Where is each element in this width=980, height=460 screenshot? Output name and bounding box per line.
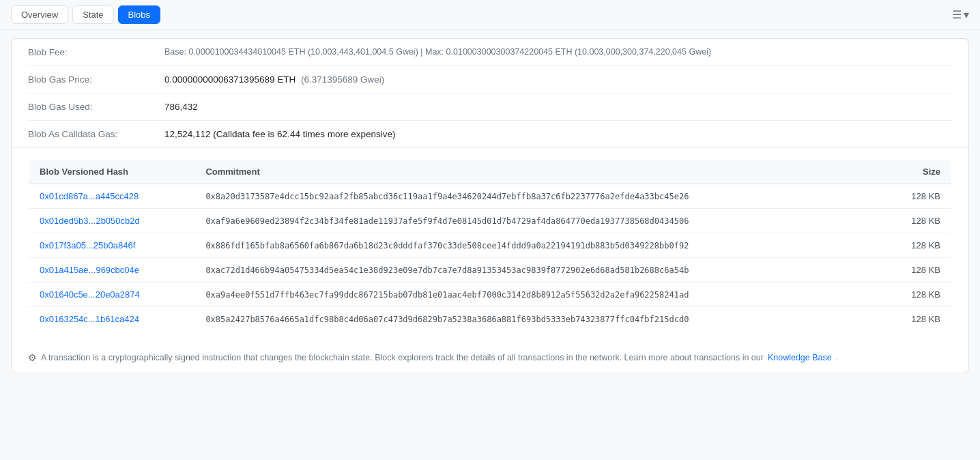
top-nav: Overview State Blobs ☰ ▾ (0, 0, 980, 30)
blob-gas-price-value: 0.00000000006371395689 ETH (6.371395689 … (164, 74, 952, 85)
blob-gas-used-label: Blob Gas Used: (28, 102, 164, 112)
blob-size-cell: 128 KB (882, 209, 951, 233)
blob-size-cell: 128 KB (882, 233, 951, 258)
knowledge-base-link[interactable]: Knowledge Base (768, 353, 832, 362)
blob-hash-cell: 0x01cd867a...a445cc428 (29, 184, 195, 209)
blob-gas-price-row: Blob Gas Price: 0.00000000006371395689 E… (28, 66, 952, 94)
tab-blobs[interactable]: Blobs (118, 5, 161, 24)
blob-hash-link[interactable]: 0x01cd867a...a445cc428 (40, 191, 139, 201)
tab-state[interactable]: State (72, 5, 113, 24)
blob-commitment-cell: 0xa9a4ee0f551d7ffb463ec7fa99ddc867215bab… (194, 283, 882, 307)
blob-gas-price-gwei: (6.371395689 Gwei) (301, 74, 384, 85)
info-icon: ⚙ (28, 352, 37, 363)
blob-hash-link[interactable]: 0x0163254c...1b61ca424 (40, 314, 139, 324)
footer-text: A transaction is a cryptographically sig… (41, 353, 764, 362)
blob-hash-link[interactable]: 0x01ded5b3...2b050cb2d (40, 216, 140, 226)
table-header-row: Blob Versioned Hash Commitment Size (29, 160, 952, 184)
table-row: 0x01cd867a...a445cc4280x8a20d3173587e4dc… (29, 184, 952, 209)
blob-gas-used-row: Blob Gas Used: 786,432 (28, 94, 952, 121)
blob-gas-used-value: 786,432 (164, 102, 952, 112)
blob-hash-link[interactable]: 0x01640c5e...20e0a2874 (40, 289, 140, 300)
chevron-down-icon: ▾ (964, 8, 969, 21)
footer-note: ⚙ A transaction is a cryptographically s… (12, 343, 968, 373)
blob-commitment-cell: 0x886fdf165bfab8a6560fa6b867da6b18d23c0d… (194, 233, 882, 258)
blob-hash-cell: 0x01640c5e...20e0a2874 (29, 283, 195, 307)
blob-commitment-cell: 0x8a20d3173587e4dcc15bc92aaf2fb85abcd36c… (194, 184, 882, 209)
blob-hash-cell: 0x017f3a05...25b0a846f (29, 233, 195, 258)
blob-fee-value: Base: 0.0000100034434010045 ETH (10,003,… (164, 47, 952, 57)
blob-gas-price-eth: 0.00000000006371395689 ETH (164, 74, 296, 85)
blob-table: Blob Versioned Hash Commitment Size 0x01… (28, 159, 952, 332)
blob-calldata-gas-label: Blob As Calldata Gas: (28, 129, 164, 139)
blob-commitment-cell: 0xac72d1d466b94a05475334d5ea54c1e38d923e… (194, 258, 882, 283)
table-row: 0x017f3a05...25b0a846f0x886fdf165bfab8a6… (29, 233, 952, 258)
info-section: Blob Fee: Base: 0.0000100034434010045 ET… (12, 39, 968, 148)
blob-gas-price-label: Blob Gas Price: (28, 74, 164, 85)
col-commitment: Commitment (194, 160, 882, 184)
table-row: 0x0163254c...1b61ca4240x85a2427b8576a466… (29, 307, 952, 332)
blob-size-cell: 128 KB (882, 184, 951, 209)
blob-commitment-cell: 0xaf9a6e9609ed23894f2c34bf34fe81ade11937… (194, 209, 882, 233)
col-size: Size (882, 160, 951, 184)
blob-size-cell: 128 KB (882, 283, 951, 307)
table-row: 0x01a415ae...969cbc04e0xac72d1d466b94a05… (29, 258, 952, 283)
blob-size-cell: 128 KB (882, 307, 951, 332)
blob-fee-label: Blob Fee: (28, 47, 164, 57)
blob-size-cell: 128 KB (882, 258, 951, 283)
blob-hash-link[interactable]: 0x017f3a05...25b0a846f (40, 240, 135, 250)
blob-calldata-gas-value: 12,524,112 (Calldata fee is 62.44 times … (164, 129, 952, 139)
main-content: Blob Fee: Base: 0.0000100034434010045 ET… (11, 38, 969, 373)
col-hash: Blob Versioned Hash (29, 160, 195, 184)
blob-hash-cell: 0x01a415ae...969cbc04e (29, 258, 195, 283)
tab-overview[interactable]: Overview (11, 5, 68, 24)
footer-suffix: . (836, 353, 838, 362)
blob-fee-row: Blob Fee: Base: 0.0000100034434010045 ET… (28, 39, 952, 66)
table-row: 0x01ded5b3...2b050cb2d0xaf9a6e9609ed2389… (29, 209, 952, 233)
blob-commitment-cell: 0x85a2427b8576a4665a1dfc98b8c4d06a07c473… (194, 307, 882, 332)
table-section: Blob Versioned Hash Commitment Size 0x01… (12, 148, 968, 343)
list-icon: ☰ (952, 8, 962, 21)
nav-right-control[interactable]: ☰ ▾ (952, 8, 969, 21)
blob-hash-cell: 0x0163254c...1b61ca424 (29, 307, 195, 332)
blob-hash-cell: 0x01ded5b3...2b050cb2d (29, 209, 195, 233)
blob-hash-link[interactable]: 0x01a415ae...969cbc04e (40, 265, 139, 275)
table-row: 0x01640c5e...20e0a28740xa9a4ee0f551d7ffb… (29, 283, 952, 307)
blob-calldata-gas-row: Blob As Calldata Gas: 12,524,112 (Callda… (28, 121, 952, 147)
